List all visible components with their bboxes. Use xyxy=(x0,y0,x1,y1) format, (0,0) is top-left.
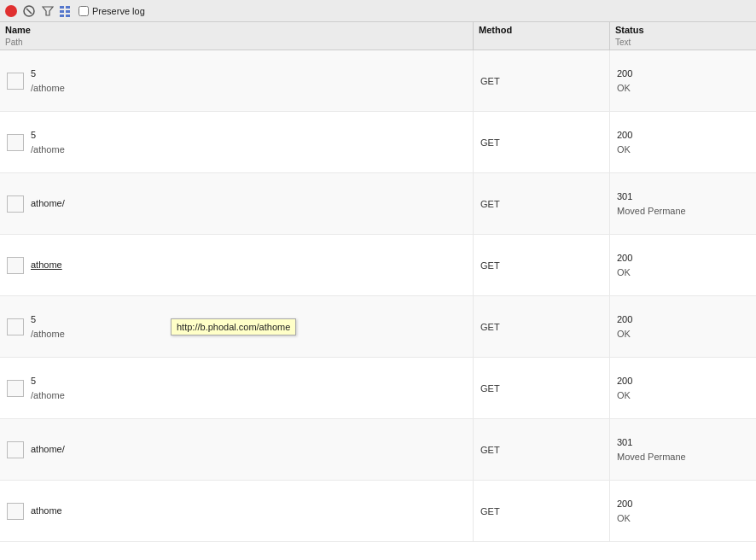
preserve-log-checkbox[interactable]: Preserve log xyxy=(79,6,145,16)
table-row[interactable]: 5/athomeGET200OK xyxy=(0,358,756,419)
row-status-col: 200OK xyxy=(610,481,756,541)
status-code-text: 200 xyxy=(617,129,632,142)
status-code-text: 200 xyxy=(617,375,632,388)
row-name-text: 5 xyxy=(31,375,65,388)
row-select-checkbox[interactable] xyxy=(7,318,24,335)
row-select-checkbox[interactable] xyxy=(7,441,24,458)
row-name-path: athome xyxy=(31,259,62,271)
status-block: 200OK xyxy=(617,67,632,96)
table-row[interactable]: athome/GET301Moved Permane xyxy=(0,419,756,481)
row-name-path: 5/athome xyxy=(31,313,65,341)
preserve-log-label: Preserve log xyxy=(92,6,145,16)
row-method-col: GET xyxy=(474,419,610,480)
table-row[interactable]: athomeGET200OK xyxy=(0,235,756,296)
status-code-text: 200 xyxy=(617,67,632,80)
row-method-col: GET xyxy=(474,173,610,234)
row-select-checkbox[interactable] xyxy=(7,380,24,397)
svg-line-1 xyxy=(26,9,32,14)
clear-icon[interactable] xyxy=(22,4,36,18)
row-select-checkbox[interactable] xyxy=(7,195,24,213)
row-status-col: 200OK xyxy=(610,112,756,172)
svg-rect-4 xyxy=(66,6,70,9)
row-name-text: 5 xyxy=(31,313,65,326)
svg-rect-5 xyxy=(60,10,64,13)
row-status-col: 200OK xyxy=(610,235,756,295)
status-text-label: Moved Permane xyxy=(617,205,686,218)
status-header-sub: Text xyxy=(615,37,751,48)
row-status-col: 301Moved Permane xyxy=(610,419,756,480)
table-row[interactable]: 5/athomeGET200OK xyxy=(0,50,756,112)
row-name-text: 5 xyxy=(31,67,65,80)
row-path-text: /athome xyxy=(31,389,65,402)
row-method-text: GET xyxy=(480,199,500,209)
filter-icon[interactable] xyxy=(41,4,55,18)
row-method-col: GET xyxy=(474,50,610,111)
row-path-text: /athome xyxy=(31,82,65,95)
status-block: 301Moved Permane xyxy=(617,190,686,219)
row-status-col: 200OK xyxy=(610,358,756,418)
row-name-text: athome/ xyxy=(31,443,65,456)
row-method-col: GET xyxy=(474,235,610,295)
row-name-col: athome/ xyxy=(0,419,474,480)
name-header-sub: Path xyxy=(5,37,468,48)
svg-rect-6 xyxy=(66,10,70,13)
status-code-text: 301 xyxy=(617,436,686,449)
table-row[interactable]: athome/GET301Moved Permane xyxy=(0,173,756,235)
row-select-checkbox[interactable] xyxy=(7,134,24,151)
row-method-text: GET xyxy=(480,445,500,455)
row-path-text: /athome xyxy=(31,143,65,156)
status-text-label: OK xyxy=(617,266,632,279)
row-name-path: 5/athome xyxy=(31,67,65,96)
table-row[interactable]: 5/athomeGET200OK xyxy=(0,112,756,173)
row-name-text: athome xyxy=(31,505,62,517)
status-text-label: Moved Permane xyxy=(617,451,686,464)
status-block: 301Moved Permane xyxy=(617,436,686,464)
table-header: Name Path Method Status Text xyxy=(0,22,756,50)
method-header-main: Method xyxy=(479,24,604,37)
table-row[interactable]: 5/athomehttp://b.phodal.com/athomeGET200… xyxy=(0,296,756,358)
preserve-log-input[interactable] xyxy=(79,6,89,16)
url-tooltip: http://b.phodal.com/athome xyxy=(171,318,296,335)
row-method-text: GET xyxy=(480,506,500,516)
row-status-col: 200OK xyxy=(610,296,756,357)
toolbar: Preserve log xyxy=(0,0,756,22)
record-icon[interactable] xyxy=(5,5,17,17)
table-row[interactable]: athomeGET200OK xyxy=(0,481,756,542)
status-text-label: OK xyxy=(617,82,632,95)
row-name-path: athome/ xyxy=(31,443,65,456)
row-name-path: athome/ xyxy=(31,197,65,210)
col-name-header: Name Path xyxy=(0,22,474,50)
row-method-text: GET xyxy=(480,383,500,394)
row-name-col: athome/ xyxy=(0,173,474,234)
name-header-main: Name xyxy=(5,24,468,37)
status-text-label: OK xyxy=(617,143,632,156)
row-name-col: athome xyxy=(0,481,474,541)
row-name-path: athome xyxy=(31,505,62,517)
svg-marker-2 xyxy=(43,7,53,15)
status-code-text: 301 xyxy=(617,190,686,203)
status-block: 200OK xyxy=(617,129,632,157)
network-table: Name Path Method Status Text 5/athomeGET… xyxy=(0,22,756,560)
status-text-label: OK xyxy=(617,512,632,525)
row-name-col: 5/athome xyxy=(0,50,474,111)
status-text-label: OK xyxy=(617,328,632,341)
svg-rect-8 xyxy=(66,15,70,17)
row-select-checkbox[interactable] xyxy=(7,73,24,90)
col-status-header: Status Text xyxy=(610,22,756,50)
status-code-text: 200 xyxy=(617,498,632,510)
status-code-text: 200 xyxy=(617,313,632,326)
row-status-col: 200OK xyxy=(610,50,756,111)
row-method-col: GET xyxy=(474,481,610,541)
row-select-checkbox[interactable] xyxy=(7,257,24,274)
row-name-col: 5/athome xyxy=(0,112,474,172)
row-method-col: GET xyxy=(474,112,610,172)
status-code-text: 200 xyxy=(617,252,632,265)
row-name-text: athome/ xyxy=(31,197,65,210)
row-name-col: 5/athome xyxy=(0,358,474,418)
row-name-text[interactable]: athome xyxy=(31,259,62,271)
list-icon[interactable] xyxy=(60,4,73,18)
row-select-checkbox[interactable] xyxy=(7,503,24,520)
row-status-col: 301Moved Permane xyxy=(610,173,756,234)
row-name-text: 5 xyxy=(31,129,65,142)
row-method-col: GET xyxy=(474,358,610,418)
